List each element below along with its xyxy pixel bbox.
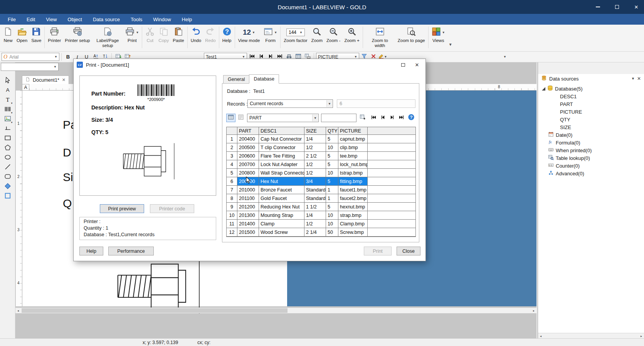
tree-item-table-lookup-0[interactable]: Table lookup(0) <box>538 154 644 162</box>
menu-help[interactable]: Help <box>177 14 198 25</box>
toolbar-form-button[interactable]: ▼Form <box>262 26 279 44</box>
barcode-tool[interactable]: ▼ <box>2 105 13 114</box>
table-header-cell[interactable]: QTY <box>326 127 338 135</box>
tree-item-formula-0[interactable]: fxFormula(0) <box>538 139 644 146</box>
records-combo[interactable]: Current records ▼ <box>247 99 333 108</box>
performance-button[interactable]: Performance <box>108 247 154 255</box>
toolbar-zoom-button[interactable]: Zoom - <box>325 26 342 44</box>
image-tool[interactable]: ▼ <box>2 115 13 124</box>
tree-field-part[interactable]: PART <box>538 100 644 108</box>
table-row[interactable]: 3200600Flare Tee Fitting2 1/25tee.bmp <box>227 152 415 160</box>
nav-prev-button[interactable] <box>378 114 387 122</box>
search-field-combo[interactable]: PART ▼ <box>247 114 319 122</box>
rectangle-tool[interactable] <box>2 134 13 143</box>
table-row[interactable]: 10201300Mounting Strap1/410strap.bmp <box>227 211 415 220</box>
toolbar-printer-setup-button[interactable]: Printer setup <box>63 26 92 44</box>
table-header-cell[interactable]: PART <box>237 127 259 135</box>
tab-close-icon[interactable]: ✕ <box>62 77 66 82</box>
close-button[interactable]: ✕ <box>632 3 640 11</box>
nav-next-button[interactable] <box>387 114 397 122</box>
scroll-right-icon[interactable]: ▸ <box>531 308 536 313</box>
table-row[interactable]: 7201000Bronze FaucetStandard1faucet1.bmp <box>227 186 415 194</box>
toolbar-zoom-to-page-button[interactable]: Zoom to page <box>396 26 427 44</box>
shape-tool[interactable] <box>2 182 13 191</box>
panel-horizontal-scrollbar[interactable]: ◂ ▸ <box>538 333 644 338</box>
scrollbar-thumb[interactable] <box>22 308 288 313</box>
menu-data-source[interactable]: Data source <box>87 14 125 25</box>
tree-item-counter-0[interactable]: 0 0,Counter(0) <box>538 162 644 170</box>
menu-edit[interactable]: Edit <box>21 14 40 25</box>
table-row[interactable]: 6200900Hex Nut3/45fitting.bmp <box>227 177 415 186</box>
minimize-button[interactable] <box>594 3 602 11</box>
print-dialog-titlebar[interactable]: LV Print - [Document1] ✕ <box>74 59 425 71</box>
dialog-maximize-button[interactable] <box>398 60 409 69</box>
toolbar-help-button[interactable]: ?Help <box>220 26 234 44</box>
toolbar-print-button[interactable]: ▼Print <box>123 26 141 44</box>
menu-file[interactable]: File <box>2 14 21 25</box>
menu-object[interactable]: Object <box>62 14 87 25</box>
table-row[interactable]: 12201500Wood Screw2 1/450Screw.bmp <box>227 228 415 237</box>
toolbar-zoom-to-width-button[interactable]: Zoom to width <box>364 26 396 49</box>
pointer-tool[interactable] <box>2 76 13 85</box>
zoom-factor-combo[interactable]: 144▼ <box>286 29 305 36</box>
polygon-tool[interactable] <box>2 144 13 153</box>
document-tab[interactable]: Document1* ✕ <box>22 76 69 84</box>
toolbar-views-button[interactable]: ▼Views <box>430 26 447 44</box>
toolbar-new-button[interactable]: New <box>2 26 15 44</box>
tree-item-when-printed-0[interactable]: When printed(0) <box>538 146 644 154</box>
print-preview-button[interactable]: Print preview <box>100 204 144 213</box>
panel-close-icon[interactable]: ✕ <box>637 76 641 81</box>
record-search-input[interactable] <box>321 114 356 122</box>
dialog-close-button[interactable]: ✕ <box>412 60 422 69</box>
canvas-horizontal-scrollbar[interactable]: ◂ ▸ <box>15 307 536 313</box>
ruler-origin-button[interactable]: A <box>22 84 29 91</box>
tree-field-qty[interactable]: QTY <box>538 116 644 123</box>
tree-field-size[interactable]: SIZE <box>538 123 644 131</box>
tree-expander-icon[interactable] <box>542 87 545 91</box>
table-row[interactable]: 9201200Reducing Hex Nut1 1/25hexnut.bmp <box>227 203 415 211</box>
panel-menu-chevron-icon[interactable]: ▼ <box>631 77 635 81</box>
text-tool[interactable]: T▼ <box>2 96 13 104</box>
line-tool[interactable] <box>2 124 13 133</box>
toolbar-zoom-button[interactable]: Zoom <box>309 26 325 44</box>
table-row[interactable]: 8201100Gold FaucetStandard1faucet2.bmp <box>227 194 415 203</box>
toolbar-zoom-factor-button[interactable]: 144▼Zoom factor <box>282 26 309 44</box>
maximize-button[interactable] <box>613 3 621 11</box>
tree-item-database-5[interactable]: Database(5) <box>538 85 644 92</box>
rounded-rectangle-tool[interactable] <box>2 173 13 181</box>
scroll-left-icon[interactable]: ◂ <box>15 308 21 313</box>
bold-button[interactable]: B <box>64 53 72 61</box>
help-button[interactable]: Help <box>79 247 103 255</box>
nav-last-button[interactable] <box>397 114 406 122</box>
table-header-cell[interactable]: SIZE <box>304 127 326 135</box>
tree-field-picture[interactable]: PICTURE <box>538 108 644 116</box>
title-bar[interactable]: Document1 - LABELVIEW - GOLD ✕ <box>0 0 644 14</box>
table-header-cell[interactable] <box>227 127 237 135</box>
toolbar-paste-button[interactable]: Paste <box>171 26 186 44</box>
table-row[interactable]: 11201400Clamp1/210Clamp.bmp <box>227 220 415 228</box>
table-header-cell[interactable]: PICTURE <box>338 127 368 135</box>
ellipse-tool[interactable] <box>2 153 13 162</box>
toolbar-overflow-chevron-icon[interactable]: ▼ <box>503 55 506 59</box>
toolbar-zoom-button[interactable]: Zoom + <box>342 26 361 44</box>
table-row[interactable]: 4200700Lock Nut Adapter1/25lock_nut.bmp <box>227 160 415 169</box>
toolbar-undo-button[interactable]: Undo <box>189 26 203 44</box>
table-row[interactable]: 2200500T clip Connector1/210clip.bmp <box>227 143 415 152</box>
menu-tools[interactable]: Tools <box>125 14 148 25</box>
toolbar-view-mode-button[interactable]: 12▼View mode <box>236 26 262 44</box>
toolbar-open-button[interactable]: Open <box>15 26 29 44</box>
menu-view[interactable]: View <box>40 14 62 25</box>
tab-database[interactable]: Database <box>249 74 279 84</box>
font-size-combo[interactable]: ▼ <box>1 63 59 71</box>
toolbar-printer-button[interactable]: Printer <box>46 26 63 44</box>
close-dialog-button[interactable]: Close <box>397 247 420 255</box>
tab-general[interactable]: General <box>223 75 249 84</box>
toolbar-overflow-chevron-icon[interactable]: ▼ <box>449 42 452 47</box>
tree-item-advanced-0[interactable]: Advanced(0) <box>538 170 644 177</box>
table-row[interactable]: 1200400Cap Nut Connector1/45capnut.bmp <box>227 135 415 143</box>
search-column-button[interactable] <box>358 114 367 122</box>
rtf-object-tool[interactable] <box>2 192 13 201</box>
tree-field-desc1[interactable]: DESC1 <box>538 92 644 100</box>
nav-first-button[interactable] <box>369 114 378 122</box>
database-help-button[interactable]: ? <box>407 114 415 122</box>
